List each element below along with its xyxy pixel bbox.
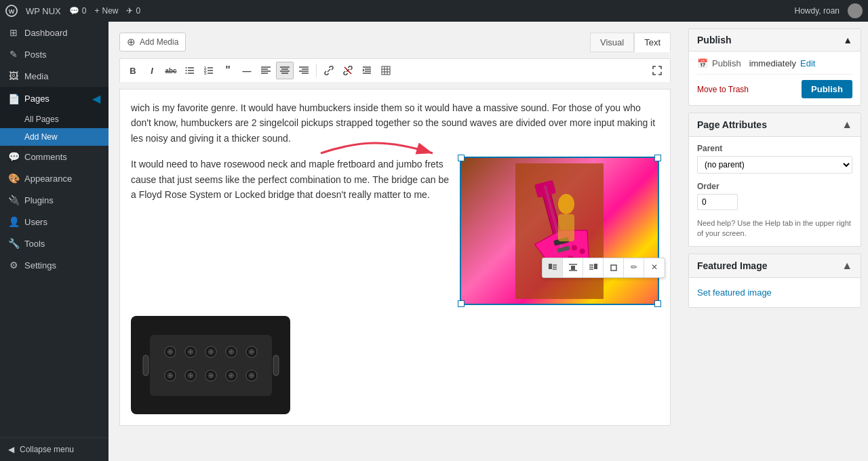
featured-image-header[interactable]: Featured Image ▲ [689, 254, 861, 278]
comments-link[interactable]: 💬 0 [69, 6, 87, 16]
img-align-left-btn[interactable] [542, 258, 563, 277]
resize-handle-tl[interactable] [458, 155, 465, 161]
img-align-center-btn[interactable] [563, 258, 583, 277]
svg-point-7 [186, 73, 187, 74]
toolbar-link[interactable] [320, 62, 338, 79]
img-no-align-btn[interactable] [604, 258, 624, 277]
sidebar-item-tools[interactable]: 🔧 Tools [0, 233, 108, 254]
sidebar: ⊞ Dashboard ✎ Posts 🖼 Media 📄 Pages ◀ Al… [0, 22, 108, 461]
publish-actions: Move to Trash Publish [697, 74, 852, 98]
tab-text[interactable]: Text [634, 33, 671, 52]
settings-icon: ⚙ [8, 260, 19, 270]
move-to-trash-link[interactable]: Move to Trash [697, 85, 749, 94]
sidebar-item-label: Media [24, 71, 48, 81]
svg-point-61 [558, 194, 574, 214]
tab-visual[interactable]: Visual [590, 33, 634, 52]
site-name[interactable]: WP NUX [26, 6, 61, 16]
toolbar-indent[interactable] [358, 62, 376, 79]
page-attributes-header[interactable]: Page Attributes ▲ [689, 113, 861, 137]
page-attributes-help: Need help? Use the Help tab in the upper… [697, 218, 852, 239]
page-attributes-toggle-icon[interactable]: ▲ [842, 119, 852, 131]
posts-icon: ✎ [8, 49, 19, 60]
toolbar-table[interactable] [377, 62, 395, 79]
toolbar-ul[interactable] [181, 62, 199, 79]
resize-handle-bl[interactable] [458, 300, 465, 307]
sidebar-item-pages[interactable]: 📄 Pages ◀ [0, 87, 108, 111]
sidebar-item-dashboard[interactable]: ⊞ Dashboard [0, 22, 108, 43]
svg-rect-65 [150, 335, 272, 396]
new-label: New [102, 6, 118, 16]
publish-button[interactable]: Publish [802, 80, 852, 98]
toolbar-ol[interactable]: 1.2.3. [200, 62, 218, 79]
publish-toggle-icon[interactable]: ▲ [843, 35, 852, 45]
add-media-button[interactable]: ⊕ Add Media [119, 33, 186, 52]
page-attributes-content: Parent (no parent) Order Need help? Use … [689, 137, 861, 246]
toolbar-unlink[interactable] [339, 62, 357, 79]
featured-image-toggle-icon[interactable]: ▲ [842, 260, 852, 272]
updates-link[interactable]: ✈ 0 [126, 6, 140, 16]
set-featured-image-link[interactable]: Set featured image [697, 285, 852, 300]
toolbar-strikethrough[interactable]: abc [162, 62, 180, 79]
add-media-label: Add Media [140, 37, 178, 47]
red-arrow-svg [307, 133, 443, 167]
tools-icon: 🔧 [8, 238, 19, 249]
collapse-label: Collapse menu [20, 445, 74, 454]
publish-edit-link[interactable]: Edit [800, 58, 815, 68]
order-label: Order [697, 182, 852, 191]
sidebar-item-comments[interactable]: 💬 Comments [0, 146, 108, 167]
new-link[interactable]: + New [94, 6, 118, 16]
toolbar-hr[interactable]: — [238, 62, 256, 79]
image-wrap[interactable] [460, 157, 659, 305]
toolbar-fullscreen[interactable] [648, 62, 666, 79]
pages-arrow: ◀ [92, 92, 100, 105]
img-edit-btn[interactable]: ✏ [624, 258, 644, 277]
svg-rect-48 [611, 265, 616, 270]
tab-visual-label: Visual [600, 37, 624, 47]
toolbar-align-right[interactable] [295, 62, 313, 79]
order-input[interactable] [697, 194, 738, 210]
toolbar-separator [316, 64, 317, 77]
sidebar-item-label: Posts [24, 49, 47, 60]
sidebar-item-all-pages[interactable]: All Pages [0, 111, 108, 128]
editor-toolbar: B I abc 1.2.3. " — [119, 58, 671, 82]
pages-icon: 📄 [8, 94, 19, 104]
sidebar-item-settings[interactable]: ⚙ Settings [0, 254, 108, 276]
parent-select[interactable]: (no parent) [697, 156, 852, 174]
sidebar-item-users[interactable]: 👤 Users [0, 211, 108, 233]
publish-schedule-row: 📅 Publish immediately Edit [697, 58, 852, 68]
sidebar-item-appearance[interactable]: 🎨 Appearance [0, 167, 108, 189]
publish-box-header: Publish ▲ [689, 29, 861, 52]
media-icon: 🖼 [8, 71, 19, 81]
toolbar-blockquote[interactable]: " [219, 62, 237, 79]
sidebar-item-posts[interactable]: ✎ Posts [0, 43, 108, 65]
collapse-menu[interactable]: ◀ Collapse menu [0, 437, 108, 461]
svg-rect-62 [558, 214, 574, 241]
user-avatar[interactable] [848, 3, 863, 18]
featured-image-title: Featured Image [697, 260, 767, 271]
updates-count: 0 [136, 6, 140, 16]
toolbar-align-left[interactable] [257, 62, 275, 79]
editor-content[interactable]: wich is my favorite genre. It would have… [119, 89, 671, 426]
svg-point-5 [186, 67, 187, 68]
plugins-icon: 🔌 [8, 195, 19, 205]
img-delete-btn[interactable]: ✕ [644, 258, 665, 277]
comment-icon: 💬 [69, 6, 79, 16]
sidebar-item-media[interactable]: 🖼 Media [0, 65, 108, 87]
collapse-icon: ◀ [8, 445, 14, 454]
svg-rect-37 [549, 264, 552, 269]
img-align-right-btn[interactable] [583, 258, 604, 277]
wp-logo[interactable]: W [5, 5, 18, 17]
humbucker-svg [140, 325, 282, 406]
toolbar-italic[interactable]: I [143, 62, 161, 79]
sidebar-item-add-new[interactable]: Add New [0, 128, 108, 146]
sidebar-item-plugins[interactable]: 🔌 Plugins [0, 189, 108, 211]
toolbar-bold[interactable]: B [124, 62, 142, 79]
sidebar-item-label: Plugins [24, 195, 54, 205]
tab-text-label: Text [644, 37, 660, 47]
resize-handle-br[interactable] [654, 300, 661, 307]
publish-schedule-label: Publish [712, 58, 741, 68]
all-pages-label: All Pages [24, 115, 59, 124]
toolbar-align-center[interactable] [276, 62, 294, 79]
publish-box: Publish ▲ 📅 Publish immediately Edit Mov… [688, 28, 861, 106]
resize-handle-tr[interactable] [654, 155, 661, 161]
